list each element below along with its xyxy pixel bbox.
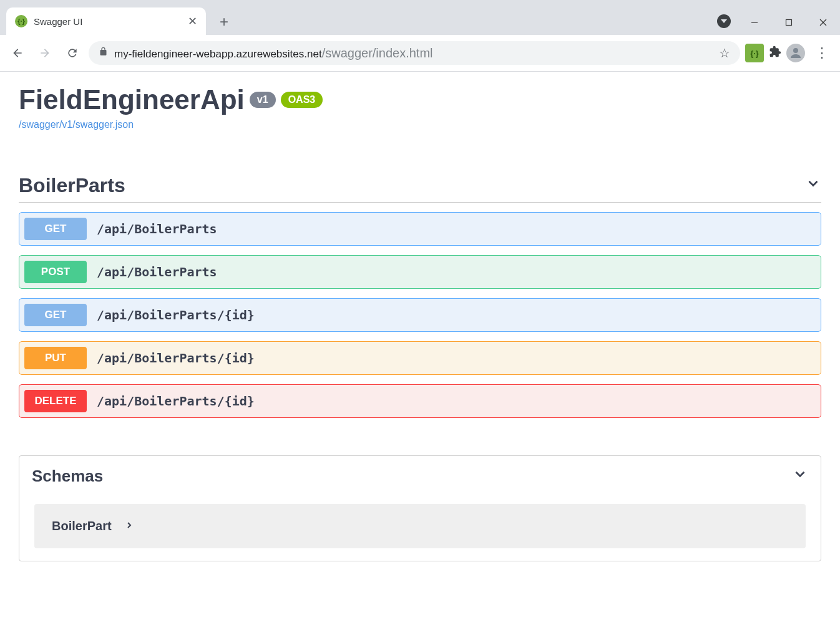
http-method-badge: PUT: [24, 347, 87, 369]
extensions-button[interactable]: [769, 46, 781, 61]
svg-point-4: [793, 48, 798, 53]
operation-row[interactable]: POST/api/BoilerParts: [19, 255, 821, 289]
window-controls: [717, 10, 840, 35]
endpoint-path: /api/BoilerParts/{id}: [97, 351, 255, 366]
maximize-button[interactable]: [771, 13, 806, 32]
tag-header[interactable]: BoilerParts: [19, 174, 821, 203]
spec-link[interactable]: /swagger/v1/swagger.json: [19, 119, 134, 130]
operation-row[interactable]: GET/api/BoilerParts: [19, 212, 821, 246]
http-method-badge: GET: [24, 304, 87, 326]
browser-toolbar: my-fieldengineer-webapp.azurewebsites.ne…: [0, 35, 840, 72]
endpoint-path: /api/BoilerParts/{id}: [97, 308, 255, 322]
chevron-down-icon: [792, 466, 808, 487]
http-method-badge: GET: [24, 218, 87, 240]
back-button[interactable]: [6, 42, 29, 64]
browser-chrome: {·} Swagger UI ✕ +: [0, 0, 840, 72]
new-tab-button[interactable]: +: [213, 11, 235, 32]
version-badge: v1: [250, 92, 276, 108]
close-tab-icon[interactable]: ✕: [188, 14, 197, 28]
schemas-section: Schemas BoilerPart: [19, 455, 821, 561]
endpoint-path: /api/BoilerParts/{id}: [97, 394, 255, 409]
tab-title: Swagger UI: [34, 16, 182, 27]
chevron-down-icon: [805, 175, 821, 196]
titlebar: {·} Swagger UI ✕ +: [0, 0, 840, 35]
schema-item[interactable]: BoilerPart: [34, 504, 806, 548]
close-window-button[interactable]: [806, 13, 840, 32]
operation-row[interactable]: DELETE/api/BoilerParts/{id}: [19, 384, 821, 418]
swagger-favicon: {·}: [15, 15, 27, 27]
url-text: my-fieldengineer-webapp.azurewebsites.ne…: [114, 46, 433, 61]
schema-name: BoilerPart: [52, 519, 112, 533]
browser-tab[interactable]: {·} Swagger UI ✕: [6, 7, 206, 35]
endpoint-path: /api/BoilerParts: [97, 221, 217, 236]
oas-badge: OAS3: [281, 92, 323, 108]
operation-row[interactable]: PUT/api/BoilerParts/{id}: [19, 341, 821, 375]
chrome-menu-button[interactable]: ⋮: [810, 45, 834, 61]
lock-icon: [99, 47, 108, 59]
svg-rect-1: [786, 20, 791, 26]
page-viewport[interactable]: FieldEngineerApi v1 OAS3 /swagger/v1/swa…: [0, 72, 840, 630]
endpoint-path: /api/BoilerParts: [97, 264, 217, 279]
address-bar[interactable]: my-fieldengineer-webapp.azurewebsites.ne…: [89, 41, 740, 65]
forward-button[interactable]: [34, 42, 56, 64]
http-method-badge: DELETE: [24, 390, 87, 412]
minimize-button[interactable]: [737, 13, 771, 32]
extension-icon[interactable]: {·}: [745, 44, 764, 62]
reload-button[interactable]: [61, 42, 84, 64]
profile-avatar[interactable]: [786, 44, 805, 62]
bookmark-icon[interactable]: ☆: [719, 46, 730, 61]
schemas-header[interactable]: Schemas: [19, 456, 821, 497]
tag-section: BoilerParts GET/api/BoilerPartsPOST/api/…: [19, 174, 821, 418]
operation-row[interactable]: GET/api/BoilerParts/{id}: [19, 298, 821, 332]
chrome-account-indicator[interactable]: [717, 14, 731, 28]
schemas-title: Schemas: [32, 467, 103, 486]
http-method-badge: POST: [24, 261, 87, 283]
api-title: FieldEngineerApi v1 OAS3: [19, 84, 821, 115]
tag-title: BoilerParts: [19, 174, 125, 197]
chevron-right-icon: [124, 519, 134, 533]
